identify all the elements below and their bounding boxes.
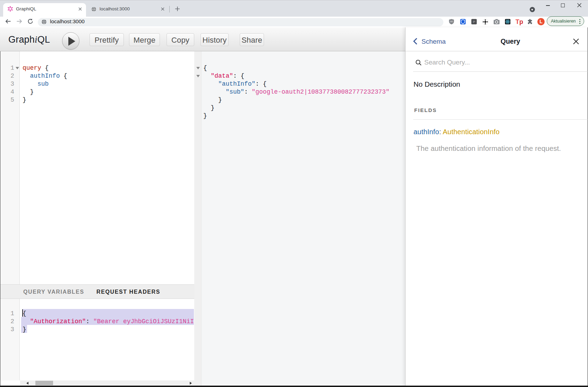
svg-text:UO: UO [450,20,453,23]
svg-text:P: P [473,20,475,24]
